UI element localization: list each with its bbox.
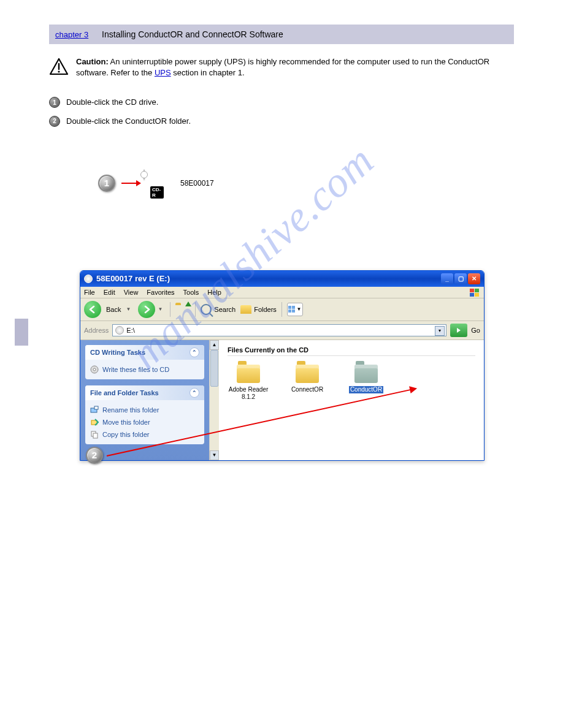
maximize-button[interactable]: ▢ [454,273,467,284]
search-label: Search [214,306,236,313]
search-button[interactable]: Search [201,304,236,315]
svg-rect-3 [475,289,479,292]
step-1-text: Double-click the CD drive. [66,97,158,108]
cd-writing-title: CD Writing Tasks [90,349,145,356]
folders-label: Folders [254,306,277,313]
menu-help[interactable]: Help [207,289,221,296]
step-badge-1: 1 [49,97,60,108]
back-dropdown-icon[interactable]: ▼ [126,306,131,312]
menu-file[interactable]: File [84,289,95,296]
collapse-icon[interactable]: ⌃ [190,347,199,357]
rename-link[interactable]: Rename this folder [90,404,199,416]
caution-block: Caution: An uninterruptible power supply… [49,56,514,78]
up-button[interactable] [175,303,190,316]
svg-rect-5 [475,293,479,297]
toolbar-divider [282,302,282,317]
cd-writing-panel: CD Writing Tasks ⌃ Write these files to … [85,345,204,379]
file-folder-panel: File and Folder Tasks ⌃ Rename this fold… [85,385,204,444]
folder-label-selected: ConductOR [349,386,383,393]
step-badge-2: 2 [49,116,60,127]
folder-connector[interactable]: ConnectOR [286,365,328,401]
scroll-down-button[interactable]: ▼ [210,450,219,460]
folder-open-icon [354,365,378,383]
page-tab [15,319,28,346]
menu-favorites[interactable]: Favorites [147,289,174,296]
scroll-thumb[interactable] [210,350,218,387]
scroll-up-button[interactable]: ▲ [210,340,219,350]
windows-flag-icon [469,288,480,298]
close-button[interactable]: ✕ [468,273,480,284]
tasks-sidebar: CD Writing Tasks ⌃ Write these files to … [80,340,209,460]
cd-drive-icon[interactable]: CD-R [144,170,170,197]
arrow-icon [121,183,137,184]
write-files-link[interactable]: Write these files to CD [90,363,199,376]
folder-icon [237,365,260,383]
move-icon [90,418,99,427]
views-button[interactable]: ▼ [287,303,303,316]
toolbar-divider [170,302,170,317]
svg-rect-9 [94,406,98,409]
copy-icon [90,430,99,439]
figure-cd-drive: 1 CD-R 58E00017 [98,170,514,197]
toolbar: Back ▼ ▼ Search Folders [80,298,484,321]
views-icon [288,306,295,313]
menu-edit[interactable]: Edit [104,289,115,296]
address-value: E:\ [126,327,134,334]
scrollbar[interactable]: ▲ ▼ [209,340,219,460]
folder-label: Adobe Reader 8.1.2 [228,386,269,401]
menu-view[interactable]: View [124,289,139,296]
address-dropdown-icon[interactable]: ▾ [435,326,445,336]
forward-dropdown-icon[interactable]: ▼ [158,306,163,312]
go-label: Go [471,327,480,334]
titlebar[interactable]: 58E00017 rev E (E:) _ ▢ ✕ [80,271,484,287]
caution-pre: An uninterruptible power supply (UPS) is… [76,57,489,77]
move-link[interactable]: Move this folder [90,416,199,428]
menu-tools[interactable]: Tools [183,289,199,296]
folder-label: ConnectOR [291,386,323,393]
search-icon [201,304,212,315]
chapter-title: Installing ConductOR and ConnectOR Softw… [102,29,283,39]
address-label: Address [84,327,109,334]
svg-rect-4 [470,293,474,297]
svg-point-1 [58,70,59,72]
svg-point-7 [93,368,96,371]
address-input[interactable]: E:\ ▾ [112,324,446,336]
folder-icon [296,365,319,383]
back-button[interactable] [84,301,101,318]
cd-drive-label: 58E00017 [180,179,214,188]
back-label: Back [106,306,121,313]
caution-post: section in chapter 1. [171,68,245,77]
file-folder-title: File and Folder Tasks [90,389,159,396]
callout-badge-1: 1 [98,175,115,192]
cd-write-icon [90,365,99,374]
svg-rect-2 [470,289,474,292]
warning-icon [49,58,69,78]
ups-link[interactable]: UPS [155,68,171,77]
rename-icon [90,406,99,414]
step-2-text: Double-click the ConductOR folder. [66,116,191,127]
forward-button[interactable] [138,301,155,318]
titlebar-cd-icon [84,275,93,283]
cd-tag-label: CD-R [150,186,164,199]
caution-label: Caution: [76,57,109,66]
collapse-icon[interactable]: ⌃ [190,388,199,398]
svg-rect-12 [93,433,98,438]
folders-icon [240,305,251,314]
menubar: File Edit View Favorites Tools Help [80,287,484,298]
callout-badge-2: 2 [86,447,103,464]
address-cd-icon [115,326,124,335]
chapter-header: chapter 3 Installing ConductOR and Conne… [49,25,514,44]
explorer-window: 58E00017 rev E (E:) _ ▢ ✕ File Edit View… [80,270,484,461]
folder-adobe-reader[interactable]: Adobe Reader 8.1.2 [228,365,269,401]
chapter-link[interactable]: chapter 3 [55,30,88,39]
go-button[interactable] [450,324,467,337]
minimize-button[interactable]: _ [441,273,453,284]
window-title: 58E00017 rev E (E:) [96,274,170,283]
address-bar: Address E:\ ▾ Go [80,321,484,340]
toolbar-divider [195,302,196,317]
folders-button[interactable]: Folders [240,305,277,314]
content-heading: Files Currently on the CD [228,346,475,356]
file-list: Files Currently on the CD Adobe Reader 8… [219,340,484,460]
